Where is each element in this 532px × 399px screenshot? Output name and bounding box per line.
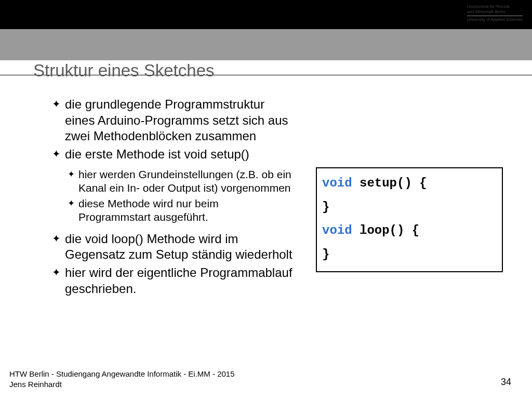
code-line-3: void loop() { — [322, 219, 497, 243]
code-keyword: void — [322, 223, 352, 237]
code-fn-loop: loop() { — [352, 223, 420, 237]
bullet-2a: ✦ hier werden Grundeinstellungen (z.B. o… — [68, 168, 294, 195]
logo-text: Hochschule für Technik und Wirtschaft Be… — [467, 4, 523, 22]
code-close-brace: } — [322, 200, 329, 214]
diamond-icon: ✦ — [68, 169, 75, 180]
bullet-4-text: hier wird der eigentliche Programmablauf… — [65, 265, 294, 297]
header-grey-band — [0, 29, 532, 60]
slide-footer: HTW Berlin - Studiengang Angewandte Info… — [9, 369, 235, 390]
code-line-4: } — [322, 243, 497, 267]
logo-brand: htw. — [437, 4, 462, 20]
slide-content: ✦ die grundlegende Programmstruktur eine… — [52, 97, 294, 299]
logo-divider — [467, 16, 523, 16]
diamond-icon: ✦ — [52, 266, 61, 279]
bullet-2a-text: hier werden Grundeinstellungen (z.B. ob … — [78, 168, 294, 195]
diamond-icon: ✦ — [52, 98, 61, 111]
diamond-icon: ✦ — [52, 232, 61, 245]
bullet-2b: ✦ diese Methode wird nur beim Programmst… — [68, 197, 294, 224]
code-keyword: void — [322, 176, 352, 190]
code-fn-setup: setup() { — [352, 176, 427, 190]
bullet-2b-text: diese Methode wird nur beim Programmstar… — [78, 197, 294, 224]
bullet-2-text: die erste Methode ist void setup() — [65, 147, 249, 163]
bullet-3: ✦ die void loop() Methode wird im Gegens… — [52, 231, 294, 263]
logo-line3: University of Applied Sciences — [467, 17, 523, 22]
logo-area: htw. Hochschule für Technik und Wirtscha… — [437, 4, 523, 22]
slide-title: Struktur eines Sketches — [33, 61, 532, 81]
bullet-2: ✦ die erste Methode ist void setup() — [52, 147, 294, 163]
bullet-4: ✦ hier wird der eigentliche Programmabla… — [52, 265, 294, 297]
code-close-brace: } — [322, 247, 329, 261]
code-line-2: } — [322, 195, 497, 219]
footer-line1: HTW Berlin - Studiengang Angewandte Info… — [9, 369, 235, 379]
code-line-1: void setup() { — [322, 171, 497, 195]
diamond-icon: ✦ — [68, 198, 75, 209]
code-box: void setup() { } void loop() { } — [316, 167, 503, 272]
page-number: 34 — [501, 377, 511, 388]
logo-line1: Hochschule für Technik — [467, 4, 523, 9]
diamond-icon: ✦ — [52, 148, 61, 161]
bullet-1-text: die grundlegende Programmstruktur eines … — [65, 97, 294, 144]
bullet-1: ✦ die grundlegende Programmstruktur eine… — [52, 97, 294, 144]
logo-line2: und Wirtschaft Berlin — [467, 9, 523, 15]
bullet-3-text: die void loop() Methode wird im Gegensat… — [65, 231, 294, 263]
footer-line2: Jens Reinhardt — [9, 379, 235, 390]
